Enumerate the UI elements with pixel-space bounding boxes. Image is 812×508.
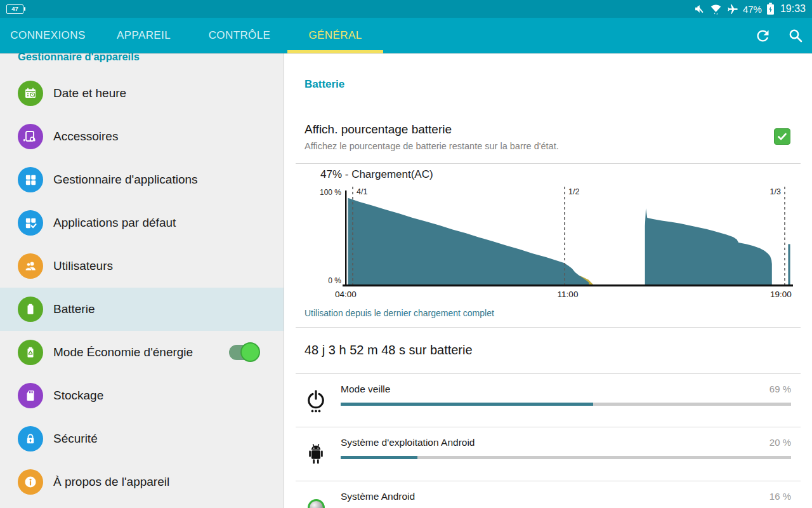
- security-lock-icon: [18, 426, 43, 451]
- usage-row-main: Système d'exploitation Android 20 %: [336, 427, 801, 480]
- tab-label: CONNEXIONS: [10, 29, 85, 42]
- svg-text:11:00: 11:00: [558, 290, 579, 299]
- sidebar-item-label: Applications par défaut: [53, 216, 176, 230]
- status-bar-right: 47% 19:33: [693, 3, 806, 15]
- sidebar-item-accessories[interactable]: Accessoires: [0, 115, 284, 158]
- panel-title: Batterie: [304, 78, 344, 91]
- svg-text:100 %: 100 %: [320, 188, 341, 197]
- sidebar-item-default-applications[interactable]: Applications par défaut: [0, 201, 284, 244]
- battery-level-text: 47: [11, 6, 18, 12]
- sidebar-item-storage[interactable]: Stockage: [0, 374, 284, 417]
- sidebar-item-label: Batterie: [53, 302, 95, 316]
- battery-icon: [18, 297, 43, 322]
- settings-screen: 47 47% 19:33 CONNEXIONS: [0, 0, 812, 508]
- usage-row-standby[interactable]: Mode veille 69 %: [296, 374, 801, 427]
- app-body: Gestionnaire d'appareils Date et heure A…: [0, 53, 812, 508]
- usage-row-main: Système Android 16 %: [336, 481, 801, 508]
- battery-level-icon: 47: [6, 4, 23, 14]
- sidebar-list: Date et heure Accessoires Gestionnaire d…: [0, 72, 284, 504]
- time-on-battery-text: 48 j 3 h 52 m 48 s sur batterie: [304, 343, 473, 358]
- application-manager-icon: [18, 167, 43, 192]
- checkmark-icon: [776, 131, 788, 142]
- usage-bar-fill: [341, 403, 593, 406]
- tab-general[interactable]: GÉNÉRAL: [287, 18, 383, 53]
- status-bar: 47 47% 19:33: [0, 0, 812, 18]
- status-bar-left: 47: [6, 4, 23, 14]
- tabbar-actions: [754, 18, 803, 53]
- sidebar-item-label: Mode Économie d'énergie: [53, 345, 193, 359]
- default-applications-icon: [18, 210, 43, 236]
- sidebar-item-users[interactable]: Utilisateurs: [0, 244, 284, 288]
- sidebar-item-label: Stockage: [53, 389, 103, 403]
- battery-percentage-checkbox[interactable]: [774, 128, 790, 145]
- clock-text: 19:33: [780, 3, 806, 15]
- active-tab-underline: [287, 50, 383, 53]
- android-os-icon: [296, 427, 336, 480]
- users-icon: [18, 253, 43, 279]
- sidebar-item-battery[interactable]: Batterie: [0, 288, 284, 331]
- airplane-mode-icon: [726, 3, 738, 15]
- usage-since-charge-link[interactable]: Utilisation depuis le dernier chargement…: [304, 308, 494, 318]
- usage-name: Système Android: [341, 491, 415, 502]
- power-saving-icon: [18, 340, 43, 365]
- sidebar-item-power-saving[interactable]: Mode Économie d'énergie: [0, 331, 284, 374]
- battery-charging-icon: [766, 3, 775, 15]
- tab-controle[interactable]: CONTRÔLE: [192, 18, 287, 53]
- svg-text:0 %: 0 %: [328, 276, 341, 285]
- tab-connexions[interactable]: CONNEXIONS: [0, 18, 96, 53]
- tab-label: APPAREIL: [117, 29, 171, 42]
- usage-row-android-os[interactable]: Système d'exploitation Android 20 %: [296, 427, 801, 480]
- usage-row-android-system[interactable]: Système Android 16 %: [296, 481, 801, 508]
- sidebar-item-about-device[interactable]: À propos de l'appareil: [0, 460, 284, 504]
- about-device-icon: [18, 469, 43, 495]
- android-system-icon: [296, 481, 336, 508]
- sidebar-item-label: Sécurité: [53, 432, 98, 446]
- settings-sidebar: Gestionnaire d'appareils Date et heure A…: [0, 53, 284, 508]
- standby-power-icon: [296, 374, 336, 427]
- sidebar-item-date-time[interactable]: Date et heure: [0, 72, 284, 115]
- battery-percent-text: 47%: [743, 4, 762, 15]
- tab-label: CONTRÔLE: [209, 29, 271, 42]
- usage-row-main: Mode veille 69 %: [336, 374, 801, 427]
- battery-panel: Batterie Affich. pourcentage batterie Af…: [284, 53, 812, 508]
- svg-text:4/1: 4/1: [357, 187, 367, 196]
- muted-speaker-icon: [693, 3, 705, 15]
- usage-name: Mode veille: [341, 384, 390, 395]
- usage-bar-fill: [341, 456, 417, 459]
- refresh-icon[interactable]: [754, 27, 771, 44]
- sidebar-item-label: Utilisateurs: [53, 259, 113, 273]
- sidebar-item-label: Accessoires: [53, 130, 118, 144]
- tab-appareil[interactable]: APPAREIL: [96, 18, 192, 53]
- tab-label: GÉNÉRAL: [308, 29, 362, 42]
- usage-percent: 69 %: [769, 384, 791, 394]
- sidebar-section-header: Gestionnaire d'appareils: [0, 53, 284, 65]
- sidebar-item-security[interactable]: Sécurité: [0, 417, 284, 460]
- divider: [296, 327, 801, 328]
- battery-percentage-setting-title[interactable]: Affich. pourcentage batterie: [304, 123, 452, 137]
- usage-percent: 16 %: [769, 491, 791, 502]
- svg-text:04:00: 04:00: [335, 290, 357, 299]
- usage-percent: 20 %: [769, 437, 791, 448]
- svg-text:1/3: 1/3: [770, 187, 781, 196]
- sidebar-item-label: Date et heure: [53, 86, 126, 100]
- search-icon[interactable]: [788, 28, 803, 43]
- power-saving-toggle[interactable]: [229, 345, 258, 360]
- tab-bar: CONNEXIONS APPAREIL CONTRÔLE GÉNÉRAL: [0, 18, 812, 53]
- wifi-icon: [710, 3, 722, 15]
- svg-text:1/2: 1/2: [568, 187, 579, 196]
- sidebar-item-application-manager[interactable]: Gestionnaire d'applications: [0, 158, 284, 201]
- battery-percentage-setting-subtitle: Affichez le pourcentage de batterie rest…: [304, 141, 559, 151]
- battery-chart-title: 47% - Chargement(AC): [320, 168, 433, 181]
- divider: [296, 163, 801, 164]
- svg-text:19:00: 19:00: [770, 290, 792, 299]
- usage-bar-track: [341, 403, 791, 406]
- accessories-icon: [18, 124, 43, 149]
- date-time-icon: [18, 81, 43, 106]
- usage-name: Système d'exploitation Android: [341, 437, 475, 448]
- usage-bar-track: [341, 456, 791, 459]
- battery-history-chart[interactable]: 4/11/21/3100 %0 %04:0011:0019:00: [296, 184, 801, 305]
- sidebar-item-label: Gestionnaire d'applications: [53, 173, 198, 187]
- toggle-knob: [240, 342, 260, 362]
- sidebar-item-label: À propos de l'appareil: [53, 475, 169, 489]
- storage-icon: [18, 383, 43, 408]
